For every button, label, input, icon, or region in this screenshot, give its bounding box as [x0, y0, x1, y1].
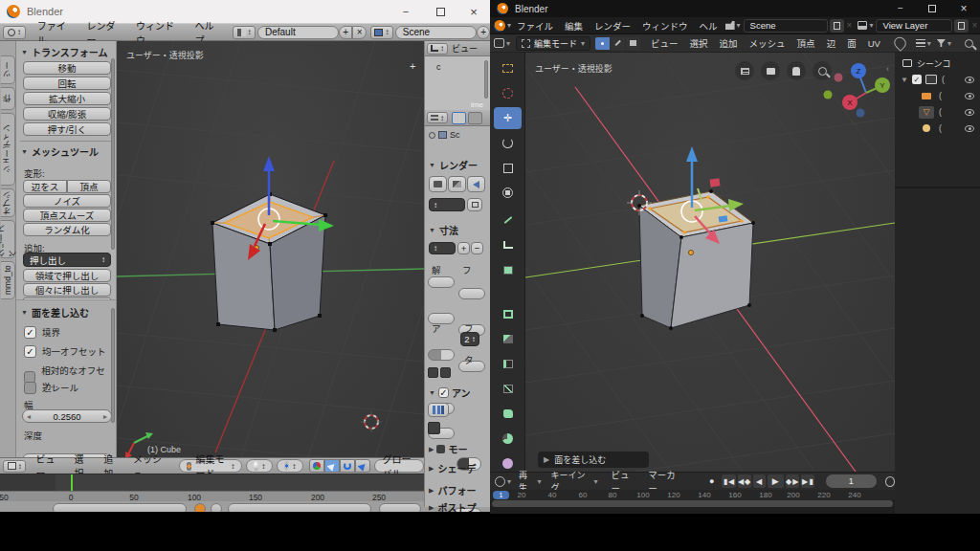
manipulator-axis-button[interactable]: [309, 459, 324, 473]
maximize-button[interactable]: [425, 0, 456, 23]
menu-help[interactable]: ヘル: [694, 19, 724, 33]
timeline-strip[interactable]: [0, 474, 424, 491]
outliner-row-cube[interactable]: ▽ (: [895, 104, 980, 120]
performance-panel-header[interactable]: ▶パフォー: [429, 483, 476, 497]
menu-file[interactable]: ファイル: [511, 19, 559, 33]
vertex-select-button[interactable]: [595, 37, 610, 50]
scene-tab[interactable]: [468, 112, 482, 124]
layout-name-field[interactable]: Default: [257, 26, 339, 39]
hide-eye-icon[interactable]: [965, 93, 974, 99]
face-select-button[interactable]: [626, 37, 640, 50]
outliner-row-collection[interactable]: ▼ ✓ (: [895, 72, 980, 87]
tool-bevel[interactable]: [494, 328, 522, 350]
aa-samples-button[interactable]: [428, 403, 449, 417]
shading-panel-header[interactable]: ▶シェーデ: [429, 461, 476, 475]
menu-view[interactable]: ビュー: [645, 36, 684, 50]
inset-panel-header[interactable]: ▼面を差し込む: [21, 305, 89, 320]
menu-edit[interactable]: 編集: [559, 19, 589, 33]
tab-mmd-tools[interactable]: mmd_to: [1, 261, 15, 299]
sidebar-collapse-arrow[interactable]: ‹: [886, 64, 889, 74]
frame-start-slider[interactable]: [458, 288, 485, 299]
record-button[interactable]: ●: [709, 476, 714, 486]
outliner-display-dropdown[interactable]: ▾: [916, 39, 931, 48]
current-frame-field[interactable]: 1: [826, 474, 877, 488]
pin-icon[interactable]: [429, 132, 435, 139]
clipped-control[interactable]: [211, 503, 222, 512]
smooth-vertex-button[interactable]: 頂点スムーズ: [23, 209, 111, 222]
scene-name-field[interactable]: Scene: [744, 19, 828, 33]
tool-loop-cut[interactable]: [494, 353, 522, 375]
outliner-row-scene-collection[interactable]: シーンコ: [895, 55, 980, 71]
prev-keyframe-button[interactable]: ◀◆: [738, 474, 751, 488]
toolshelf-scrollbar[interactable]: [111, 58, 115, 250]
outliner-row-camera[interactable]: (: [895, 88, 980, 103]
preset-add-button[interactable]: +: [457, 242, 470, 254]
outliner-row-light[interactable]: (: [895, 121, 980, 136]
fps-stepper[interactable]: 2↕: [460, 332, 479, 346]
next-keyframe-button[interactable]: ◆▶: [786, 474, 799, 488]
render-tab-active[interactable]: [452, 112, 466, 124]
outliner-filter-dropdown[interactable]: ▾: [937, 39, 951, 48]
mode-dropdown[interactable]: 編集モード▾: [516, 36, 590, 51]
slider-left-icon[interactable]: ◂: [27, 412, 31, 421]
scene-name-field[interactable]: Scene: [395, 26, 477, 39]
menu-add[interactable]: 追加: [714, 36, 744, 50]
editor-type-dropdown[interactable]: ↕: [3, 26, 26, 39]
shading-dropdown[interactable]: ↕: [246, 459, 273, 473]
edge-select-button[interactable]: [611, 37, 625, 50]
tool-poly-build[interactable]: [494, 403, 522, 425]
scene-dropdown[interactable]: ↕: [370, 26, 393, 39]
minimize-button[interactable]: −: [390, 0, 421, 23]
lock-ui-button[interactable]: [467, 198, 482, 211]
remove-viewlayer-button[interactable]: ×: [971, 20, 977, 31]
manipulator-scale-button[interactable]: [355, 459, 370, 473]
clipped-control[interactable]: [228, 503, 371, 512]
menu-mesh[interactable]: メッシュ: [744, 36, 791, 50]
extrude-region-button[interactable]: 領域で押し出し: [23, 269, 111, 282]
display-mode-dropdown[interactable]: ↕: [429, 198, 465, 211]
play-reverse-button[interactable]: ◀: [753, 474, 766, 488]
panel-splitter[interactable]: [895, 187, 980, 188]
manipulator-translate-button[interactable]: [324, 459, 340, 473]
aa-checkbox[interactable]: ✓: [438, 387, 449, 398]
operator-redo-panel[interactable]: ▶ 面を差し込む: [538, 452, 649, 468]
meshtools-panel-header[interactable]: ▼メッシュツール: [21, 144, 99, 159]
menu-face[interactable]: 面: [841, 36, 862, 50]
hide-eye-icon[interactable]: [965, 77, 974, 83]
render-still-button[interactable]: [429, 176, 447, 192]
toggle-ortho-button[interactable]: [735, 61, 754, 80]
preset-dropdown[interactable]: ↕: [429, 242, 456, 254]
extrude-dropdown[interactable]: 押し出し↕: [23, 253, 111, 267]
expand-icon[interactable]: ▼: [901, 76, 908, 84]
tool-knife[interactable]: [494, 378, 522, 400]
checkbox-unchecked[interactable]: [24, 382, 36, 394]
orientation-dropdown[interactable]: グローバル: [374, 459, 424, 473]
pivot-dropdown[interactable]: ↕: [277, 459, 303, 473]
new-scene-button[interactable]: [830, 19, 844, 33]
tool-cursor[interactable]: [494, 82, 522, 104]
vertex-slide-button[interactable]: 頂点: [67, 180, 111, 193]
outliner-content[interactable]: c ime: [425, 56, 490, 110]
timeline-ruler[interactable]: 50 0 50 100 150 200 250: [0, 491, 424, 501]
collection-checkbox[interactable]: ✓: [912, 75, 922, 84]
mode-dropdown[interactable]: 編集モード↕: [179, 459, 243, 473]
motion-checkbox[interactable]: [436, 445, 445, 453]
checkbox-checked[interactable]: ✓: [24, 345, 36, 358]
option-boundary[interactable]: ✓境界: [24, 325, 60, 339]
menu-window[interactable]: ウィンドウ: [636, 19, 694, 33]
menu-uv[interactable]: UV: [862, 38, 886, 49]
tab-options[interactable]: オプシ: [1, 188, 15, 217]
outliner-editor-dropdown[interactable]: ↕: [427, 43, 448, 55]
current-frame-indicator[interactable]: 1: [493, 491, 509, 499]
viewlayer-type-dropdown[interactable]: ▾: [858, 21, 873, 30]
res-percent-slider[interactable]: [428, 349, 455, 361]
outliner-scrollbar[interactable]: [484, 60, 488, 99]
tool-measure[interactable]: [494, 233, 522, 255]
autokey-button[interactable]: [194, 503, 206, 512]
jump-to-start-button[interactable]: ▮◀: [722, 474, 735, 488]
extrude-individual-button[interactable]: 個々に押し出し: [23, 283, 111, 297]
play-button[interactable]: ▶: [768, 474, 784, 488]
res-x-slider[interactable]: [428, 276, 455, 288]
toggle-border[interactable]: [428, 367, 438, 378]
menu-render[interactable]: レンダー: [589, 19, 636, 33]
